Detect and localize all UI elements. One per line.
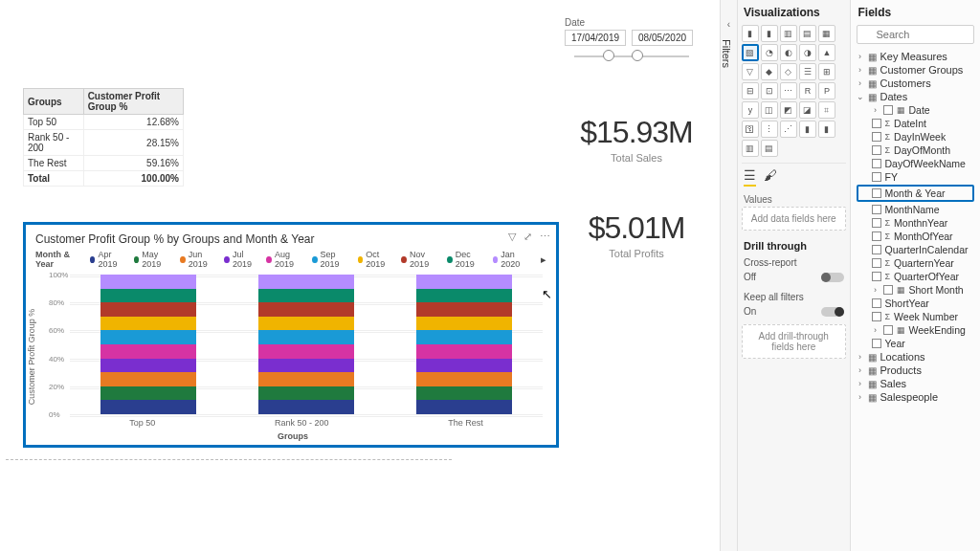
field-item[interactable]: ΣQuarternYear bbox=[857, 256, 975, 270]
checkbox[interactable] bbox=[872, 172, 881, 182]
field-table[interactable]: ›▦Sales bbox=[857, 377, 975, 390]
field-item[interactable]: ›▦Short Month bbox=[857, 283, 975, 297]
card-total-sales[interactable]: $15.93M Total Sales bbox=[565, 115, 708, 164]
checkbox[interactable] bbox=[883, 325, 893, 335]
table-row[interactable]: Rank 50 - 20028.15% bbox=[24, 130, 184, 156]
table-header[interactable]: Customer Profit Group % bbox=[83, 89, 183, 115]
viz-type-icon[interactable]: y bbox=[742, 101, 759, 119]
legend-item[interactable]: Nov 2019 bbox=[401, 250, 439, 269]
focus-mode-icon[interactable]: ⤢ bbox=[523, 231, 532, 243]
viz-type-icon[interactable]: R bbox=[799, 82, 816, 99]
viz-type-icon[interactable]: ▮ bbox=[799, 121, 816, 138]
field-item[interactable]: ShortYear bbox=[857, 297, 975, 310]
drillthrough-well[interactable]: Add drill-through fields here bbox=[742, 324, 846, 359]
field-table[interactable]: ›▦Salespeople bbox=[857, 390, 975, 404]
bar-segment[interactable] bbox=[100, 289, 196, 303]
viz-type-icon[interactable]: ▮ bbox=[742, 25, 759, 42]
viz-type-icon[interactable]: ▲ bbox=[818, 44, 835, 61]
legend-item[interactable]: Apr 2019 bbox=[90, 250, 126, 269]
bar-segment[interactable] bbox=[100, 330, 196, 344]
checkbox[interactable] bbox=[872, 272, 881, 281]
format-tab-icon[interactable]: 🖌 bbox=[764, 167, 777, 187]
field-table[interactable]: ›▦Locations bbox=[857, 350, 975, 364]
bar-stack[interactable] bbox=[416, 275, 512, 414]
viz-type-icon[interactable]: ⋰ bbox=[780, 121, 797, 138]
bar-segment[interactable] bbox=[416, 302, 512, 317]
checkbox[interactable] bbox=[872, 132, 881, 142]
bar-stack[interactable] bbox=[100, 275, 196, 414]
viz-type-icon[interactable]: ▤ bbox=[799, 25, 816, 42]
legend-item[interactable]: Aug 2019 bbox=[266, 250, 304, 269]
viz-type-icon[interactable]: ◑ bbox=[799, 44, 816, 61]
bar-segment[interactable] bbox=[258, 400, 354, 414]
checkbox[interactable] bbox=[872, 145, 881, 155]
viz-type-icon[interactable]: ▥ bbox=[780, 25, 797, 42]
bar-segment[interactable] bbox=[258, 302, 354, 317]
field-item[interactable]: ΣMonthnYear bbox=[857, 216, 975, 230]
checkbox[interactable] bbox=[872, 205, 881, 214]
checkbox[interactable] bbox=[872, 258, 881, 268]
checkbox[interactable] bbox=[883, 285, 893, 295]
checkbox[interactable] bbox=[883, 105, 893, 115]
viz-type-icon[interactable]: ▽ bbox=[742, 63, 759, 80]
bar-segment[interactable] bbox=[100, 275, 196, 289]
keep-filters-toggle[interactable] bbox=[821, 307, 844, 317]
field-table[interactable]: ›▦Key Measures bbox=[857, 50, 975, 63]
bar-segment[interactable] bbox=[416, 400, 512, 414]
viz-type-icon[interactable]: ▤ bbox=[761, 140, 778, 157]
viz-type-icon[interactable]: ◆ bbox=[761, 63, 778, 80]
field-table[interactable]: ›▦Customer Groups bbox=[857, 63, 975, 77]
bar-segment[interactable] bbox=[416, 289, 512, 303]
bar-segment[interactable] bbox=[258, 344, 354, 359]
viz-type-icon[interactable]: ◫ bbox=[761, 101, 778, 119]
bar-segment[interactable] bbox=[258, 359, 354, 373]
bar-segment[interactable] bbox=[416, 330, 512, 344]
bar-segment[interactable] bbox=[100, 359, 196, 373]
field-item[interactable]: ΣDateInt bbox=[857, 117, 975, 130]
table-row[interactable]: Top 5012.68% bbox=[24, 115, 184, 130]
field-item[interactable]: ΣDayOfMonth bbox=[857, 143, 975, 157]
slicer-to[interactable]: 08/05/2020 bbox=[632, 30, 693, 46]
viz-type-icon[interactable]: ◐ bbox=[780, 44, 797, 61]
checkbox[interactable] bbox=[872, 245, 881, 254]
bar-segment[interactable] bbox=[416, 275, 512, 289]
bar-segment[interactable] bbox=[100, 344, 196, 359]
legend-more-icon[interactable]: ▸ bbox=[537, 253, 550, 266]
checkbox[interactable] bbox=[872, 159, 881, 168]
checkbox[interactable] bbox=[872, 188, 881, 198]
checkbox[interactable] bbox=[872, 339, 881, 348]
field-item[interactable]: ΣMonthOfYear bbox=[857, 230, 975, 243]
viz-type-icon[interactable]: ⌗ bbox=[818, 101, 835, 119]
viz-type-picker[interactable]: ▮▮▥▤▦▧◔◐◑▲▽◆◇☰⊞⊟⊡⋯RPy◫◩◪⌗⚿⋮⋰▮▮▥▤ bbox=[742, 25, 846, 157]
bar-segment[interactable] bbox=[416, 359, 512, 373]
more-options-icon[interactable]: ⋯ bbox=[540, 231, 550, 243]
viz-type-icon[interactable]: ◪ bbox=[799, 101, 816, 119]
legend-item[interactable]: Jul 2019 bbox=[224, 250, 258, 269]
viz-type-icon[interactable]: ⋯ bbox=[780, 82, 797, 99]
slicer-handle-end[interactable] bbox=[632, 50, 643, 61]
viz-type-icon[interactable]: ⊟ bbox=[742, 82, 759, 99]
card-total-profits[interactable]: $5.01M Total Profits bbox=[565, 210, 708, 259]
legend-item[interactable]: Dec 2019 bbox=[447, 250, 485, 269]
filters-pane-collapsed[interactable]: ‹ Filters bbox=[721, 0, 738, 551]
bar-segment[interactable] bbox=[100, 317, 196, 331]
viz-type-icon[interactable]: ☰ bbox=[799, 63, 816, 80]
report-canvas[interactable]: Groups Customer Profit Group % Top 5012.… bbox=[0, 0, 720, 551]
fields-search-input[interactable] bbox=[857, 25, 975, 44]
field-table[interactable]: ›▦Customers bbox=[857, 77, 975, 90]
field-item[interactable]: ΣQuarterOfYear bbox=[857, 270, 975, 283]
slicer-handle-start[interactable] bbox=[603, 50, 614, 61]
bar-stack[interactable] bbox=[258, 275, 354, 414]
field-item[interactable]: ›▦Date bbox=[857, 103, 975, 117]
legend-item[interactable]: Oct 2019 bbox=[358, 250, 394, 269]
field-item[interactable]: QuarterInCalendar bbox=[857, 243, 975, 256]
viz-type-icon[interactable]: ⋮ bbox=[761, 121, 778, 138]
chevron-left-icon[interactable]: ‹ bbox=[721, 19, 737, 30]
field-item[interactable]: ΣWeek Number bbox=[857, 310, 975, 323]
viz-type-icon[interactable]: ⊞ bbox=[818, 63, 835, 80]
slicer-from[interactable]: 17/04/2019 bbox=[565, 30, 626, 46]
bar-segment[interactable] bbox=[258, 275, 354, 289]
viz-type-icon[interactable]: ▦ bbox=[818, 25, 835, 42]
viz-type-icon[interactable]: ▮ bbox=[818, 121, 835, 138]
legend-item[interactable]: Jun 2019 bbox=[180, 250, 216, 269]
